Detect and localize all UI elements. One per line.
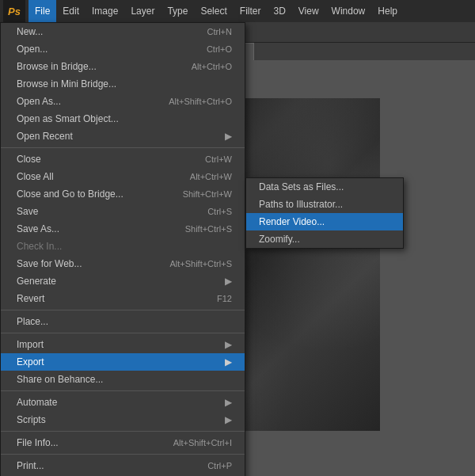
menu-item-new[interactable]: New... Ctrl+N [1, 23, 245, 40]
menu-item-export[interactable]: Export ▶ [1, 353, 245, 371]
menu-item-save-web[interactable]: Save for Web... Alt+Shift+Ctrl+S [1, 255, 245, 272]
menu-3d[interactable]: 3D [267, 0, 291, 22]
menu-edit[interactable]: Edit [56, 0, 86, 22]
menu-item-close-go-bridge[interactable]: Close and Go to Bridge... Shift+Ctrl+W [1, 185, 245, 203]
menu-item-open[interactable]: Open... Ctrl+O [1, 40, 245, 58]
separator-5 [1, 431, 245, 432]
menu-select[interactable]: Select [194, 0, 233, 22]
menu-item-import[interactable]: Import ▶ [1, 336, 245, 353]
menu-view[interactable]: View [292, 0, 325, 22]
menu-item-automate[interactable]: Automate ▶ [1, 394, 245, 411]
separator-3 [1, 333, 245, 333]
separator-1 [1, 147, 245, 148]
menu-help[interactable]: Help [371, 0, 404, 22]
app-logo: Ps [3, 0, 25, 22]
menu-item-close-all[interactable]: Close All Alt+Ctrl+W [1, 168, 245, 185]
separator-2 [1, 310, 245, 310]
menu-item-open-recent[interactable]: Open Recent ▶ [1, 128, 245, 145]
separator-6 [1, 454, 245, 455]
menubar: Ps File Edit Image Layer Type Select Fil… [0, 0, 475, 22]
file-menu: New... Ctrl+N Open... Ctrl+O Browse in B… [0, 22, 245, 476]
menu-item-print[interactable]: Print... Ctrl+P [1, 457, 245, 474]
menu-item-file-info[interactable]: File Info... Alt+Shift+Ctrl+I [1, 434, 245, 451]
menu-item-close[interactable]: Close Ctrl+W [1, 150, 245, 168]
menu-item-generate[interactable]: Generate ▶ [1, 272, 245, 290]
menu-item-check-in: Check In... [1, 238, 245, 255]
menu-item-place[interactable]: Place... [1, 313, 245, 330]
menu-window[interactable]: Window [325, 0, 372, 22]
menu-item-open-smart[interactable]: Open as Smart Object... [1, 110, 245, 128]
separator-4 [1, 390, 245, 391]
submenu-item-render-video[interactable]: Render Video... [246, 213, 403, 230]
menu-layer[interactable]: Layer [124, 0, 161, 22]
menu-item-scripts[interactable]: Scripts ▶ [1, 411, 245, 428]
menu-file[interactable]: File [28, 0, 56, 22]
submenu-item-zoomify[interactable]: Zoomify... [246, 230, 403, 248]
menu-image[interactable]: Image [86, 0, 124, 22]
menu-type[interactable]: Type [161, 0, 194, 22]
menu-item-open-as[interactable]: Open As... Alt+Shift+Ctrl+O [1, 93, 245, 110]
menu-item-browse-mini-bridge[interactable]: Browse in Mini Bridge... [1, 75, 245, 93]
submenu-item-datasets[interactable]: Data Sets as Files... [246, 178, 403, 196]
menu-item-revert[interactable]: Revert F12 [1, 290, 245, 307]
export-submenu: Data Sets as Files... Paths to Illustrat… [245, 177, 404, 249]
menu-filter[interactable]: Filter [234, 0, 268, 22]
menu-item-browse-bridge[interactable]: Browse in Bridge... Alt+Ctrl+O [1, 58, 245, 75]
menu-item-save-as[interactable]: Save As... Shift+Ctrl+S [1, 220, 245, 238]
menu-item-share-behance[interactable]: Share on Behance... [1, 371, 245, 388]
menu-item-save[interactable]: Save Ctrl+S [1, 203, 245, 220]
submenu-item-paths[interactable]: Paths to Illustrator... [246, 196, 403, 213]
